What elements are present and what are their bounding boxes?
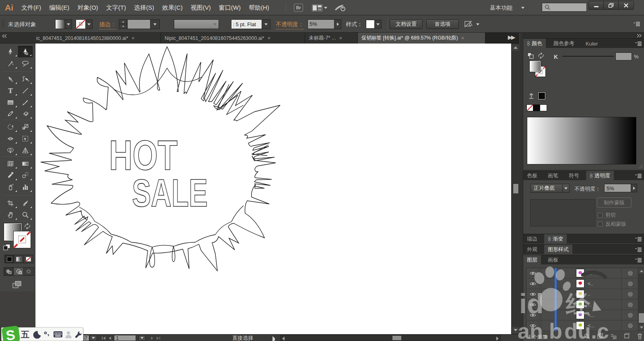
black-swatch[interactable] bbox=[538, 92, 545, 100]
draw-behind-button[interactable] bbox=[14, 267, 24, 276]
layers-scroll-up[interactable] bbox=[638, 268, 644, 274]
stroke-width-field[interactable] bbox=[127, 19, 151, 29]
menu-item[interactable]: 选择(S) bbox=[130, 0, 158, 15]
gradient-panel-menu[interactable] bbox=[635, 237, 642, 241]
droplet-path[interactable] bbox=[150, 247, 155, 267]
tab-graphic-styles[interactable]: 图形样式 bbox=[544, 245, 572, 254]
vertical-scroll-thumb[interactable] bbox=[513, 183, 519, 194]
layer-target-cell[interactable] bbox=[628, 271, 633, 276]
new-sublayer-icon[interactable] bbox=[610, 333, 617, 339]
layer-row[interactable]: .. bbox=[526, 289, 638, 299]
artboard-canvas[interactable]: HOT SALE bbox=[35, 44, 511, 334]
scroll-up-button[interactable] bbox=[512, 44, 519, 51]
gradient-collapse-icon[interactable] bbox=[548, 237, 551, 241]
ime-fullhalf-moon-icon[interactable] bbox=[33, 331, 41, 339]
layer-row[interactable]: <. bbox=[526, 268, 638, 279]
menu-item[interactable]: 效果(C) bbox=[158, 0, 187, 15]
mini-fill-stroke-icon[interactable] bbox=[527, 52, 534, 59]
stroke-color-dropdown[interactable] bbox=[86, 19, 93, 29]
tool-symbol-sprayer[interactable] bbox=[3, 181, 18, 193]
layer-target-cell[interactable] bbox=[628, 313, 633, 318]
tab-overflow-button[interactable]: ▶▶ bbox=[508, 34, 514, 40]
layer-row[interactable]: <... bbox=[526, 320, 638, 331]
color-fill-button[interactable] bbox=[4, 255, 14, 263]
tool-rotate[interactable] bbox=[3, 121, 18, 133]
scroll-down-button[interactable] bbox=[512, 327, 519, 333]
panel-menu-icon[interactable] bbox=[635, 258, 642, 262]
tab-transparency[interactable]: 透明度 bbox=[586, 171, 614, 181]
menu-item[interactable]: 文字(T) bbox=[102, 0, 130, 15]
next-artboard-icon[interactable] bbox=[151, 336, 154, 340]
tab-close-icon[interactable]: × bbox=[338, 35, 345, 41]
minimize-button[interactable] bbox=[589, 1, 604, 9]
last-artboard-icon[interactable] bbox=[156, 336, 161, 340]
stroke-width-dropdown[interactable] bbox=[151, 19, 160, 29]
delete-layer-icon[interactable] bbox=[637, 333, 643, 339]
panel-menu-icon[interactable] bbox=[633, 21, 640, 26]
tool-zoom[interactable] bbox=[18, 209, 33, 220]
horizontal-scrollbar[interactable] bbox=[280, 335, 501, 341]
document-tab[interactable]: 未标题-7* ...× bbox=[305, 33, 358, 44]
stepper-up-icon[interactable] bbox=[122, 21, 124, 23]
document-tab[interactable]: ic_8047451_20140816145012880000.ai*× bbox=[35, 33, 161, 44]
layer-visibility-cell[interactable] bbox=[526, 289, 539, 299]
tool-mesh[interactable] bbox=[3, 158, 18, 169]
tool-rectangle[interactable] bbox=[3, 97, 18, 108]
transparency-panel-menu[interactable] bbox=[635, 173, 642, 178]
layer-visibility-cell[interactable] bbox=[526, 320, 539, 331]
graphic-styles-panel-menu[interactable] bbox=[635, 247, 642, 252]
tab-kuler[interactable]: Kuler bbox=[582, 39, 601, 48]
clipping-mask-icon[interactable] bbox=[597, 333, 603, 339]
tool-line-segment[interactable] bbox=[18, 85, 33, 96]
toolbar-grip-dots[interactable] bbox=[10, 40, 27, 42]
layer-thumbnail[interactable] bbox=[576, 290, 584, 298]
previous-artboard-icon[interactable] bbox=[108, 336, 111, 340]
clip-checkbox[interactable] bbox=[598, 213, 603, 218]
layers-scrollbar[interactable] bbox=[638, 268, 644, 331]
target-icon[interactable] bbox=[628, 323, 633, 328]
app-logo[interactable]: Ai bbox=[5, 3, 13, 12]
tab-brushes[interactable]: 画笔 bbox=[544, 171, 562, 181]
collapse-toolbar-icon[interactable] bbox=[2, 34, 7, 38]
cs-live-button[interactable] bbox=[334, 3, 346, 12]
tool-paintbrush[interactable] bbox=[18, 97, 33, 108]
layer-visibility-cell[interactable] bbox=[526, 279, 539, 289]
opacity-field[interactable]: 5% bbox=[308, 19, 334, 29]
bridge-button[interactable]: Br bbox=[294, 4, 303, 12]
menu-item[interactable]: 帮助(H) bbox=[245, 0, 273, 15]
none-swatch[interactable] bbox=[526, 104, 533, 111]
panel-menu-icon[interactable] bbox=[635, 247, 642, 252]
panel-collapse-icon[interactable] bbox=[548, 237, 551, 241]
eye-icon[interactable] bbox=[530, 324, 536, 328]
scroll-right-icon[interactable] bbox=[496, 337, 499, 341]
layer-thumbnail[interactable] bbox=[576, 311, 584, 319]
draw-inside-button[interactable] bbox=[24, 267, 34, 276]
tool-blend[interactable] bbox=[18, 170, 33, 181]
layer-target-cell[interactable] bbox=[628, 292, 633, 297]
layer-visibility-cell[interactable] bbox=[526, 268, 539, 278]
layer-thumbnail[interactable] bbox=[576, 269, 584, 277]
tool-shape-builder[interactable] bbox=[3, 145, 18, 156]
tab-artboards[interactable]: 画板 bbox=[544, 255, 562, 265]
target-icon[interactable] bbox=[628, 292, 633, 297]
eye-icon[interactable] bbox=[530, 292, 536, 296]
controlbar-panel-menu[interactable] bbox=[633, 21, 640, 31]
tool-magic-wand[interactable] bbox=[3, 58, 18, 69]
style-dropdown[interactable] bbox=[375, 20, 382, 29]
width-profile-dropdown[interactable] bbox=[174, 19, 219, 29]
k-slider-track[interactable] bbox=[562, 56, 614, 58]
toolbar-header[interactable] bbox=[0, 33, 35, 44]
preferences-button[interactable]: 首选项 bbox=[426, 19, 459, 29]
blend-mode-dropdown[interactable]: 正片叠底 bbox=[530, 184, 570, 193]
transparency-collapse-icon[interactable] bbox=[590, 173, 593, 178]
black-quick-swatch[interactable] bbox=[533, 104, 540, 111]
tab-layers[interactable]: 图层 bbox=[523, 255, 541, 265]
symbol-alignment-button[interactable] bbox=[464, 19, 479, 29]
panel-collapse-icon[interactable] bbox=[590, 173, 593, 178]
workspace-switcher[interactable]: 基本功能 bbox=[490, 0, 512, 15]
tab-color-guide[interactable]: 颜色参考 bbox=[550, 39, 578, 48]
panel-menu-icon[interactable] bbox=[635, 173, 642, 178]
tab-close-icon[interactable]: × bbox=[460, 35, 468, 41]
tool-artboard[interactable] bbox=[3, 198, 18, 209]
tool-column-graph[interactable] bbox=[18, 181, 33, 193]
